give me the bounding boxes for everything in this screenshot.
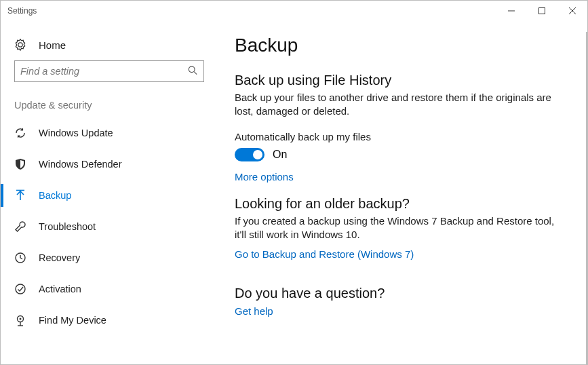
question-heading: Do you have a question? [235, 286, 567, 301]
backup-restore-win7-link[interactable]: Go to Backup and Restore (Windows 7) [235, 248, 414, 260]
sidebar-item-troubleshoot[interactable]: Troubleshoot [1, 211, 218, 242]
shield-icon [14, 158, 26, 170]
gear-icon [14, 39, 26, 51]
sidebar-item-label: Windows Defender [39, 159, 122, 170]
maximize-button[interactable] [526, 1, 557, 21]
sidebar-item-label: Find My Device [39, 315, 106, 326]
window-title: Settings [7, 6, 37, 16]
search-wrap [14, 60, 204, 82]
sidebar-item-find-my-device[interactable]: Find My Device [1, 305, 218, 336]
toggle-knob [253, 150, 262, 159]
svg-rect-1 [538, 8, 545, 14]
svg-point-11 [20, 318, 22, 320]
file-history-heading: Back up using File History [235, 73, 567, 88]
svg-line-5 [194, 72, 197, 75]
auto-backup-toggle-row: On [235, 148, 567, 161]
sidebar-item-backup[interactable]: Backup [1, 180, 218, 211]
older-backup-description: If you created a backup using the Window… [235, 214, 560, 242]
get-help-link[interactable]: Get help [235, 305, 273, 317]
location-icon [14, 314, 26, 326]
home-label: Home [39, 39, 66, 51]
body: Home Update & security Windows Update Wi… [1, 21, 587, 364]
sidebar-item-activation[interactable]: Activation [1, 273, 218, 305]
sidebar-item-label: Backup [39, 190, 71, 201]
sidebar-item-recovery[interactable]: Recovery [1, 242, 218, 273]
auto-backup-toggle[interactable] [235, 148, 264, 161]
page-title: Backup [235, 35, 567, 56]
svg-point-4 [189, 66, 195, 73]
sidebar-group-label: Update & security [1, 94, 218, 117]
check-circle-icon [14, 283, 26, 295]
minimize-icon [508, 7, 515, 14]
sidebar-item-label: Windows Update [39, 128, 113, 138]
sync-icon [14, 127, 26, 139]
auto-backup-label: Automatically back up my files [235, 131, 567, 142]
titlebar: Settings [1, 1, 587, 21]
sidebar: Home Update & security Windows Update Wi… [1, 21, 218, 364]
wrench-icon [14, 220, 26, 233]
sidebar-item-windows-defender[interactable]: Windows Defender [1, 149, 218, 180]
search-input[interactable] [14, 60, 204, 82]
home-button[interactable]: Home [1, 33, 218, 60]
sidebar-item-windows-update[interactable]: Windows Update [1, 117, 218, 149]
backup-arrow-icon [14, 189, 26, 201]
close-icon [569, 7, 576, 14]
svg-point-9 [16, 284, 25, 294]
more-options-link[interactable]: More options [235, 171, 294, 182]
sidebar-item-label: Recovery [39, 252, 80, 263]
file-history-description: Back up your files to another drive and … [235, 91, 560, 119]
sidebar-item-label: Activation [39, 284, 81, 294]
maximize-icon [538, 7, 545, 14]
window-controls [496, 1, 587, 21]
settings-window: Settings Home [0, 0, 588, 365]
search-icon [188, 66, 197, 77]
close-button[interactable] [557, 1, 587, 21]
sidebar-item-label: Troubleshoot [39, 221, 96, 232]
minimize-button[interactable] [496, 1, 526, 21]
main-content: Backup Back up using File History Back u… [218, 21, 587, 364]
toggle-state-label: On [273, 149, 287, 161]
older-backup-heading: Looking for an older backup? [235, 196, 567, 212]
scrollbar[interactable] [586, 32, 587, 364]
recovery-icon [14, 252, 26, 264]
